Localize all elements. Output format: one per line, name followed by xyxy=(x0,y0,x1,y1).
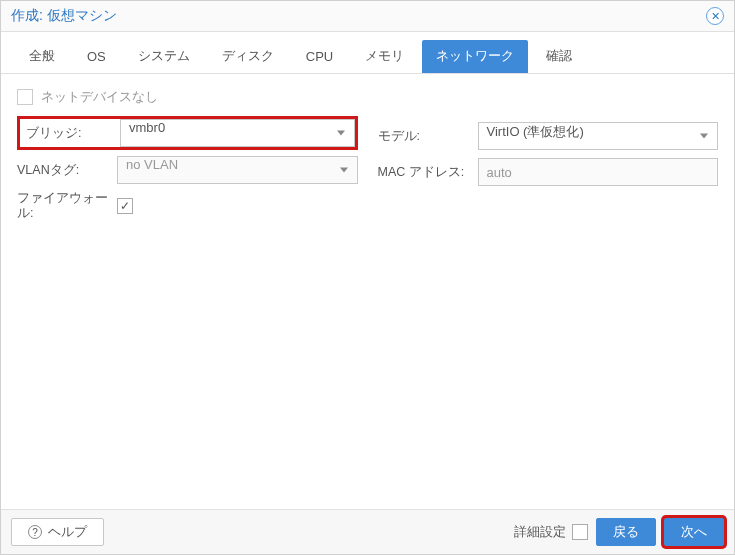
bridge-row: ブリッジ: vmbr0 xyxy=(17,116,358,150)
mac-input[interactable]: auto xyxy=(478,158,719,186)
no-net-device-label: ネットデバイスなし xyxy=(41,88,158,106)
bridge-label: ブリッジ: xyxy=(20,126,120,141)
mac-row: MAC アドレス: auto xyxy=(378,156,719,188)
firewall-label: ファイアウォール: xyxy=(17,191,117,221)
model-value: VirtIO (準仮想化) xyxy=(487,124,584,139)
tab-disk[interactable]: ディスク xyxy=(208,40,288,73)
bridge-value: vmbr0 xyxy=(129,120,165,135)
tab-confirm[interactable]: 確認 xyxy=(532,40,586,73)
right-column: モデル: VirtIO (準仮想化) MAC アドレス: auto xyxy=(378,88,719,188)
next-button[interactable]: 次へ xyxy=(664,518,724,546)
back-label: 戻る xyxy=(613,523,639,541)
vlan-value: no VLAN xyxy=(126,157,178,172)
vlan-row: VLANタグ: no VLAN xyxy=(17,154,358,186)
firewall-row: ファイアウォール: ✓ xyxy=(17,190,358,222)
tab-memory[interactable]: メモリ xyxy=(351,40,418,73)
content-area: ネットデバイスなし ブリッジ: vmbr0 VLANタグ: no VLAN xyxy=(1,74,734,509)
model-label: モデル: xyxy=(378,129,478,144)
tab-system[interactable]: システム xyxy=(124,40,204,73)
firewall-checkbox[interactable]: ✓ xyxy=(117,198,133,214)
tab-network[interactable]: ネットワーク xyxy=(422,40,528,73)
no-net-device-row: ネットデバイスなし xyxy=(17,88,358,106)
next-label: 次へ xyxy=(681,523,707,541)
advanced-toggle[interactable]: 詳細設定 xyxy=(514,524,588,541)
left-column: ネットデバイスなし ブリッジ: vmbr0 VLANタグ: no VLAN xyxy=(17,88,358,222)
no-net-device-checkbox[interactable] xyxy=(17,89,33,105)
mac-value: auto xyxy=(487,165,512,180)
vlan-label: VLANタグ: xyxy=(17,163,117,178)
advanced-label: 詳細設定 xyxy=(514,524,566,541)
back-button[interactable]: 戻る xyxy=(596,518,656,546)
create-vm-dialog: 作成: 仮想マシン ✕ 全般 OS システム ディスク CPU メモリ ネットワ… xyxy=(0,0,735,555)
help-label: ヘルプ xyxy=(48,523,87,541)
tab-os[interactable]: OS xyxy=(73,42,120,72)
mac-label: MAC アドレス: xyxy=(378,165,478,180)
titlebar: 作成: 仮想マシン ✕ xyxy=(1,1,734,32)
model-select[interactable]: VirtIO (準仮想化) xyxy=(478,122,719,150)
tab-general[interactable]: 全般 xyxy=(15,40,69,73)
model-row: モデル: VirtIO (準仮想化) xyxy=(378,120,719,152)
tab-cpu[interactable]: CPU xyxy=(292,42,347,72)
spacer xyxy=(378,88,719,116)
vlan-select[interactable]: no VLAN xyxy=(117,156,358,184)
window-title: 作成: 仮想マシン xyxy=(11,7,117,25)
bridge-select[interactable]: vmbr0 xyxy=(120,119,355,147)
footer: ? ヘルプ 詳細設定 戻る 次へ xyxy=(1,509,734,554)
help-icon: ? xyxy=(28,525,42,539)
close-icon[interactable]: ✕ xyxy=(706,7,724,25)
tabbar: 全般 OS システム ディスク CPU メモリ ネットワーク 確認 xyxy=(1,32,734,74)
help-button[interactable]: ? ヘルプ xyxy=(11,518,104,546)
advanced-checkbox[interactable] xyxy=(572,524,588,540)
